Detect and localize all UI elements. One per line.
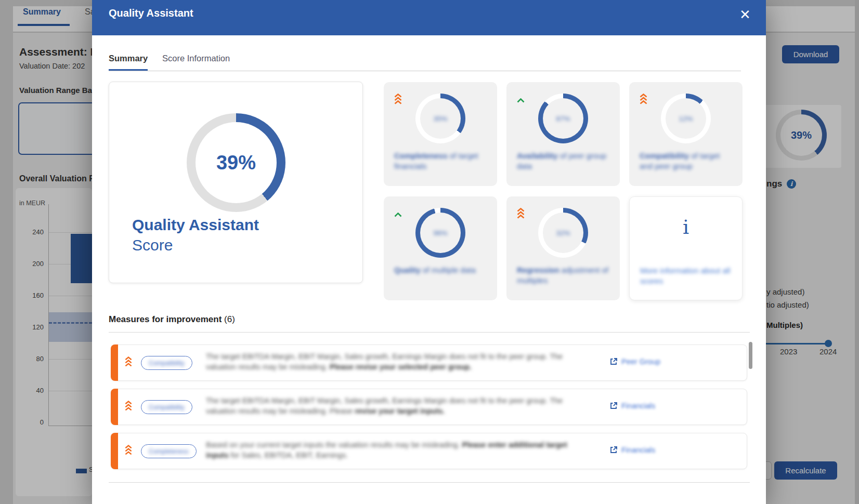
score-value: 96% xyxy=(433,229,447,237)
main-score-value: 39% xyxy=(216,152,256,174)
score-card-compatibility[interactable]: 12% Compatibility of target and peer gro… xyxy=(629,82,743,186)
measure-text: Based on your current target inputs the … xyxy=(206,440,576,460)
external-link-icon xyxy=(609,446,618,454)
tab-divider xyxy=(109,71,741,71)
score-card-availability[interactable]: 87% Availability of peer group data xyxy=(506,82,620,186)
close-icon[interactable]: ✕ xyxy=(736,5,754,24)
more-information-link[interactable]: More information about all scores xyxy=(640,266,735,286)
score-donut: 87% xyxy=(538,94,588,143)
dialog-title: Quality Assistant xyxy=(109,7,193,19)
dialog-header: Quality Assistant ✕ xyxy=(92,0,766,35)
measure-text: The target EBITDA Margin, EBIT Margin, S… xyxy=(206,352,576,372)
category-badge: Compatibility xyxy=(141,356,192,370)
measure-item: Completeness Based on your current targe… xyxy=(111,433,747,469)
score-donut: 35% xyxy=(415,94,465,143)
measures-heading: Measures for improvement (6) xyxy=(109,314,235,325)
severity-bar xyxy=(111,433,118,469)
trend-up-strong-icon xyxy=(517,208,525,221)
measure-item: Compatibility The target EBITDA Margin, … xyxy=(111,389,747,425)
peer-group-link[interactable]: Peer Group xyxy=(609,357,660,366)
category-badge: Compatibility xyxy=(141,400,192,414)
trend-up-icon xyxy=(517,96,525,105)
score-donut: 96% xyxy=(415,208,465,258)
main-score-card: 39% Quality Assistant Score xyxy=(109,82,363,283)
severity-bar xyxy=(111,389,118,425)
category-badge: Completeness xyxy=(141,444,197,458)
score-label: Completeness of target financials xyxy=(394,151,489,171)
external-link-icon xyxy=(609,357,618,366)
severity-up-strong-icon xyxy=(125,445,132,458)
main-score-donut: 39% xyxy=(187,113,285,212)
trend-up-strong-icon xyxy=(640,94,647,107)
severity-up-strong-icon xyxy=(125,401,132,414)
score-card-completeness[interactable]: 35% Completeness of target financials xyxy=(384,82,497,186)
trend-up-icon xyxy=(394,210,402,219)
measures-scrollbar[interactable] xyxy=(749,342,752,369)
score-donut: 32% xyxy=(538,208,588,258)
score-value: 87% xyxy=(556,115,570,123)
severity-up-strong-icon xyxy=(125,356,132,369)
score-card-regression[interactable]: 32% Regression adjustment of multiples xyxy=(506,196,620,300)
info-serif-icon: i xyxy=(630,216,742,238)
measures-divider-top xyxy=(109,332,750,333)
measure-text: The target EBITDA Margin, EBIT Margin, S… xyxy=(206,396,576,416)
tab-summary[interactable]: Summary xyxy=(109,54,148,71)
score-label: Compatibility of target and peer group xyxy=(640,151,734,171)
score-value: 32% xyxy=(556,229,570,237)
main-score-subtitle: Score xyxy=(132,236,173,254)
external-link-icon xyxy=(609,402,618,410)
financials-link[interactable]: Financials xyxy=(609,402,655,410)
score-card-quality[interactable]: 96% Quality of multiple data xyxy=(384,196,497,300)
score-label: Availability of peer group data xyxy=(517,151,611,171)
quality-assistant-dialog: Quality Assistant ✕ Summary Score Inform… xyxy=(92,0,766,504)
screen: Summary Sa Assessment: Pr Valuation Date… xyxy=(0,0,859,504)
score-label: Quality of multiple data xyxy=(394,265,489,275)
trend-up-strong-icon xyxy=(394,94,402,107)
score-info-card[interactable]: i More information about all scores xyxy=(629,196,743,300)
tab-score-information[interactable]: Score Information xyxy=(162,54,230,63)
score-label: Regression adjustment of multiples xyxy=(517,265,611,286)
main-score-title: Quality Assistant xyxy=(132,216,259,234)
severity-bar xyxy=(111,344,118,381)
score-donut: 12% xyxy=(661,94,711,143)
financials-link[interactable]: Financials xyxy=(609,446,655,454)
measures-divider-bottom xyxy=(109,482,750,483)
score-value: 35% xyxy=(433,115,447,123)
score-value: 12% xyxy=(679,115,693,123)
measure-item: Compatibility The target EBITDA Margin, … xyxy=(111,344,747,381)
